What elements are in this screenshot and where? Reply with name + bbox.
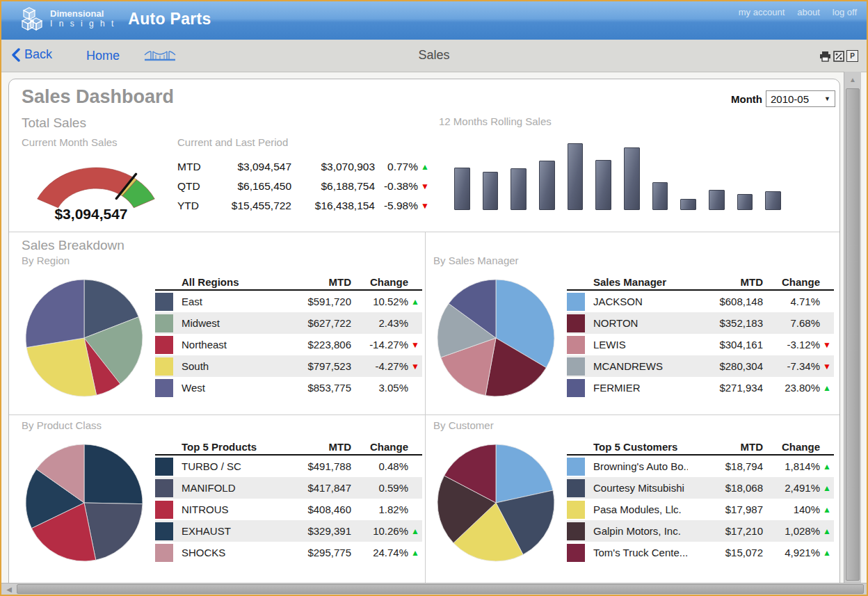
pie-slice-west[interactable]	[26, 280, 84, 348]
export-icon[interactable]	[833, 51, 844, 62]
table-row[interactable]: FERMIER$271,93423.80%▲	[567, 377, 834, 398]
bar-month[interactable]	[511, 168, 527, 210]
gauge-segment	[38, 168, 132, 208]
table-row[interactable]: Northeast$223,806-14.27%▼	[155, 334, 422, 355]
bar-month[interactable]	[624, 147, 640, 210]
vertical-scrollbar[interactable]: ▲	[844, 72, 861, 583]
bar-month[interactable]	[483, 172, 499, 210]
row-label: MANIFOLD	[182, 482, 276, 494]
about-link[interactable]: about	[797, 7, 820, 17]
scroll-up-arrow-icon[interactable]: ▲	[846, 73, 860, 86]
legend-swatch	[155, 479, 173, 497]
row-label: EXHAUST	[182, 525, 276, 537]
row-mtd-value: $17,210	[688, 525, 763, 537]
up-arrow-icon: ▲	[408, 526, 422, 536]
up-arrow-icon: ▲	[820, 505, 834, 515]
by-customer-pie-chart[interactable]	[436, 443, 556, 563]
by-region-pie-chart[interactable]	[24, 278, 144, 398]
table-row[interactable]: JACKSON$608,1484.71%	[567, 291, 834, 312]
mtd-column-header: MTD	[688, 276, 763, 288]
row-label: FERMIER	[593, 382, 688, 394]
legend-swatch	[155, 544, 173, 562]
bar-month[interactable]	[737, 194, 753, 210]
period-current-value: $15,455,722	[209, 200, 291, 212]
table-row[interactable]: SHOCKS$295,77524.74%▲	[155, 542, 422, 563]
table-title: Top 5 Customers	[593, 441, 688, 453]
table-header-row: Top 5 CustomersMTDChange	[567, 436, 834, 456]
table-row[interactable]: EXHAUST$329,39110.26%▲	[155, 520, 422, 542]
down-arrow-icon: ▼	[418, 182, 432, 191]
bar-month[interactable]	[568, 143, 584, 210]
bar-month[interactable]	[652, 182, 668, 210]
table-row[interactable]: Galpin Motors, Inc.$17,2101,028%▲	[567, 520, 834, 542]
row-label: West	[182, 382, 276, 394]
bar-month[interactable]	[709, 190, 725, 210]
month-label: Month	[731, 93, 762, 105]
row-label: Galpin Motors, Inc.	[593, 525, 688, 537]
table-row[interactable]: NITROUS$408,4601.82%	[155, 499, 422, 520]
horizontal-scrollbar[interactable]: ◀	[1, 583, 867, 595]
log-off-link[interactable]: log off	[833, 7, 857, 17]
scroll-left-arrow-icon[interactable]: ◀	[3, 584, 15, 594]
legend-swatch	[567, 293, 585, 311]
mtd-column-header: MTD	[276, 441, 351, 453]
my-account-link[interactable]: my account	[739, 7, 785, 17]
month-value: 2010-05	[771, 93, 809, 105]
row-change-value: 4,921%	[763, 547, 820, 558]
top-header-bar: Dimensional I n s i g h t Auto Parts my …	[1, 1, 867, 40]
down-arrow-icon: ▼	[408, 340, 422, 350]
pdf-icon[interactable]: P	[846, 50, 858, 62]
row-mtd-value: $223,806	[276, 339, 351, 351]
period-last-value: $6,188,754	[291, 180, 375, 193]
month-dropdown[interactable]: 2010-05 ▼	[766, 90, 835, 107]
table-row[interactable]: Courtesy Mitsubishi$18,0682,491%▲	[567, 477, 834, 499]
vertical-scrollbar-thumb[interactable]	[846, 88, 860, 581]
table-row[interactable]: East$591,72010.52%▲	[155, 291, 422, 312]
table-row[interactable]: Browning's Auto Bo...$18,7941,814%▲	[567, 456, 834, 477]
gauge-value: $3,094,547	[15, 206, 168, 223]
legend-swatch	[155, 379, 173, 397]
row-change-value: 2,491%	[763, 482, 820, 494]
printer-icon[interactable]	[819, 51, 831, 62]
table-row[interactable]: LEWIS$304,161-3.12%▼	[567, 334, 834, 355]
row-mtd-value: $417,847	[276, 482, 351, 494]
table-row[interactable]: NORTON$352,1837.68%	[567, 312, 834, 334]
table-row[interactable]: TURBO / SC$491,7880.48%	[155, 456, 422, 477]
by-product-class-pie-chart[interactable]	[24, 443, 144, 563]
by-sales-manager-pie-chart[interactable]	[436, 278, 556, 398]
bar-month[interactable]	[454, 168, 470, 210]
table-row[interactable]: West$853,7753.05%	[155, 377, 422, 398]
table-row[interactable]: Midwest$627,7222.43%	[155, 312, 422, 334]
rolling-sales-bar-chart[interactable]	[454, 144, 781, 210]
row-mtd-value: $271,934	[688, 382, 763, 394]
table-row[interactable]: South$797,523-4.27%▼	[155, 355, 422, 377]
row-label: TURBO / SC	[182, 460, 276, 472]
pdf-icon-label: P	[850, 52, 855, 60]
quadrant-by-sales-manager: By Sales ManagerSales ManagerMTDChangeJA…	[432, 253, 834, 413]
table-row[interactable]: MANIFOLD$417,8470.59%	[155, 477, 422, 499]
table-row[interactable]: MCANDREWS$280,304-7.34%▼	[567, 355, 834, 377]
bar-month[interactable]	[539, 161, 555, 210]
period-title: Current and Last Period	[177, 136, 288, 148]
legend-swatch	[567, 522, 585, 540]
breakdown-table: Sales ManagerMTDChangeJACKSON$608,1484.7…	[567, 271, 834, 398]
row-change-value: 24.74%	[351, 547, 408, 558]
bar-month[interactable]	[680, 199, 696, 210]
bar-month[interactable]	[595, 160, 611, 210]
horizontal-scrollbar-thumb[interactable]	[17, 584, 864, 594]
table-row[interactable]: Pasa Modules, Llc.$17,987140%▲	[567, 499, 834, 520]
row-label: SHOCKS	[182, 547, 276, 558]
row-mtd-value: $591,720	[276, 296, 351, 307]
row-label: Northeast	[182, 339, 276, 351]
cubes-logo-icon	[21, 6, 45, 31]
table-row[interactable]: Tom's Truck Cente...$15,0724,921%▲	[567, 542, 834, 563]
up-arrow-icon: ▲	[820, 483, 834, 493]
bar-month[interactable]	[765, 191, 781, 210]
brand-line2: I n s i g h t	[50, 19, 115, 29]
row-label: Browning's Auto Bo...	[593, 460, 688, 472]
table-title: All Regions	[182, 276, 276, 288]
row-change-value: 0.48%	[351, 460, 408, 472]
up-arrow-icon: ▲	[418, 162, 432, 172]
pie-slice-south[interactable]	[26, 338, 97, 396]
pie-slice-turbo-sc[interactable]	[84, 444, 143, 504]
